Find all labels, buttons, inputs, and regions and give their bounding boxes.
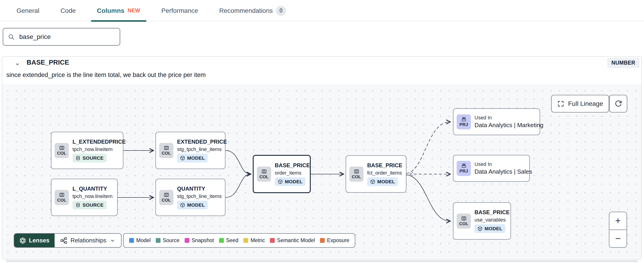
columns-icon — [354, 169, 360, 174]
lineage-node-base-price-fct-order-items[interactable]: COL BASE_PRICE fct_order_items MODEL — [346, 155, 406, 193]
model-cube-icon — [370, 179, 375, 184]
project-kind-badge: PRJ — [457, 161, 471, 176]
node-subtitle: stg_tpch_line_items — [177, 193, 222, 199]
model-cube-icon — [180, 203, 185, 208]
project-icon — [461, 116, 467, 122]
database-icon — [76, 156, 80, 161]
legend-item-metric: Metric — [243, 237, 265, 244]
column-kind-badge: COL — [54, 190, 69, 205]
legend-swatch-semantic-model — [270, 238, 275, 243]
model-type-badge: MODEL — [275, 177, 306, 186]
zoom-control: + − — [609, 212, 627, 248]
tab-code[interactable]: Code — [60, 0, 76, 21]
column-search[interactable] — [3, 28, 120, 46]
column-description: since extended_price is the line item to… — [6, 71, 206, 79]
model-type-badge: MODEL — [177, 154, 208, 162]
chevron-down-icon — [14, 61, 20, 67]
tab-general[interactable]: General — [16, 0, 40, 21]
column-kind-badge: COL — [257, 167, 271, 182]
model-type-badge: MODEL — [367, 177, 398, 186]
tab-performance[interactable]: Performance — [162, 0, 198, 21]
lineage-node-l-extendedprice[interactable]: COL L_EXTENDEDPRICE tpch_now.lineitem SO… — [51, 132, 124, 169]
legend-item-source: Source — [156, 237, 180, 244]
columns-icon — [261, 169, 267, 174]
model-type-badge: MODEL — [177, 201, 208, 209]
lenses-control: Lenses Relationships — [14, 233, 122, 248]
source-type-badge: SOURCE — [72, 201, 107, 209]
column-kind-badge: COL — [349, 167, 364, 182]
panel-bottom-shadow — [6, 260, 638, 262]
relationships-dropdown[interactable]: Relationships — [54, 234, 121, 247]
node-subtitle: fct_order_items — [367, 170, 402, 176]
legend-swatch-seed — [219, 238, 224, 243]
model-cube-icon — [478, 226, 482, 231]
node-title: BASE_PRICE — [367, 162, 402, 169]
column-type-badge: NUMBER — [607, 58, 640, 68]
source-type-badge: SOURCE — [72, 154, 107, 162]
legend-swatch-snapshot — [184, 238, 190, 243]
columns-icon — [164, 145, 169, 151]
used-in-label: Used In — [474, 161, 492, 167]
lineage-node-base-price-order-items[interactable]: COL BASE_PRICE order_items MODEL — [253, 155, 311, 193]
node-subtitle: stg_tpch_line_items — [177, 146, 222, 152]
column-kind-badge: COL — [159, 190, 174, 205]
legend-item-model: Model — [129, 237, 151, 244]
collapse-chevron-button[interactable] — [13, 60, 22, 68]
legend-item-seed: Seed — [219, 237, 238, 244]
project-kind-badge: PRJ — [457, 114, 471, 129]
lineage-node-base-price-use-variables[interactable]: COL BASE_PRICE use_variables MODEL — [453, 202, 511, 240]
model-cube-icon — [180, 156, 185, 161]
zoom-in-button[interactable]: + — [609, 212, 626, 230]
node-title: BASE_PRICE — [275, 162, 310, 169]
node-title: QUANTITY — [177, 186, 205, 192]
lineage-node-l-quantity[interactable]: COL L_QUANTITY tpch_now.lineitem SOURCE — [51, 179, 118, 216]
node-subtitle: use_variables — [474, 217, 506, 223]
lenses-button[interactable]: Lenses — [14, 234, 54, 247]
aperture-icon — [19, 237, 26, 244]
expand-icon — [557, 100, 564, 107]
columns-icon — [461, 216, 467, 221]
column-kind-badge: COL — [457, 214, 471, 229]
columns-icon — [59, 192, 65, 198]
model-type-badge: MODEL — [474, 224, 505, 233]
node-title: L_QUANTITY — [72, 186, 107, 192]
refresh-icon — [614, 100, 622, 108]
relationships-icon — [60, 237, 68, 244]
legend-item-semantic-model: Semantic Model — [270, 237, 315, 244]
column-name: BASE_PRICE — [26, 59, 69, 66]
node-title: EXTENDED_PRICE — [177, 139, 227, 145]
project-icon — [461, 163, 467, 169]
column-kind-badge: COL — [54, 143, 69, 158]
lineage-node-quantity[interactable]: COL QUANTITY stg_tpch_line_items MODEL — [156, 179, 226, 216]
database-icon — [76, 203, 80, 208]
zoom-out-button[interactable]: − — [609, 230, 626, 248]
search-input[interactable] — [19, 33, 115, 41]
column-kind-badge: COL — [159, 143, 174, 158]
node-subtitle: tpch_now.lineitem — [72, 146, 112, 152]
legend-item-exposure: Exposure — [320, 237, 349, 244]
node-title: BASE_PRICE — [474, 209, 510, 216]
lineage-canvas[interactable] — [2, 84, 641, 259]
model-cube-icon — [278, 179, 283, 184]
new-badge: NEW — [128, 7, 140, 14]
lineage-node-used-in-sales[interactable]: PRJ Used In Data Analytics | Sales — [453, 155, 530, 182]
recommendations-count-badge: 0 — [276, 6, 286, 16]
lineage-node-used-in-marketing[interactable]: PRJ Used In Data Analytics | Marketing — [453, 108, 540, 135]
columns-icon — [164, 192, 169, 198]
node-subtitle: order_items — [275, 170, 301, 176]
search-icon — [8, 33, 15, 40]
legend-swatch-metric — [243, 238, 248, 243]
legend-swatch-exposure — [320, 238, 325, 243]
tab-recommendations[interactable]: Recommendations 0 — [219, 0, 286, 21]
full-lineage-button[interactable]: Full Lineage — [551, 95, 609, 112]
node-type-legend: Model Source Snapshot Seed Metric Semant… — [123, 233, 355, 248]
tab-columns[interactable]: Columns NEW — [97, 0, 140, 21]
node-title: L_EXTENDEDPRICE — [72, 139, 126, 145]
refresh-button[interactable] — [609, 95, 627, 112]
legend-item-snapshot: Snapshot — [184, 237, 214, 244]
node-title: Data Analytics | Sales — [474, 168, 532, 175]
tab-row: General Code Columns NEW Performance Rec… — [16, 0, 286, 21]
legend-swatch-source — [156, 238, 160, 243]
columns-icon — [59, 145, 65, 151]
lineage-node-extended-price[interactable]: COL EXTENDED_PRICE stg_tpch_line_items M… — [156, 132, 226, 169]
